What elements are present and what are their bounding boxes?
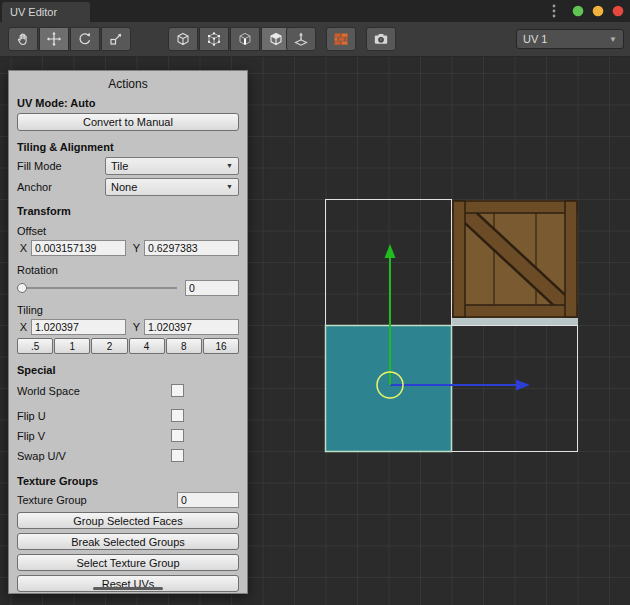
- toolbar: UV 1 ▼: [0, 22, 630, 57]
- tiling-x-label: X: [17, 321, 27, 333]
- actions-panel: Actions UV Mode: Auto Convert to Manual …: [8, 70, 248, 594]
- group-selected-faces-button[interactable]: Group Selected Faces: [17, 512, 239, 529]
- u-axis-arrowhead: [516, 380, 530, 391]
- crate-frame-bottom: [453, 305, 577, 317]
- uv-mode-label: UV Mode: Auto: [17, 97, 239, 109]
- render-uv-template-button[interactable]: [366, 27, 396, 51]
- special-header: Special: [17, 364, 239, 376]
- offset-y-input[interactable]: [144, 240, 239, 256]
- vertex-mode-button[interactable]: [199, 27, 229, 51]
- rotation-slider-track: [17, 287, 177, 289]
- texture-group-label: Texture Group: [17, 494, 87, 506]
- project-uv-icon: [293, 31, 309, 47]
- selection-mode-group: [168, 27, 291, 51]
- panel-title: Actions: [17, 75, 239, 93]
- status-dot-green[interactable]: [573, 6, 584, 17]
- edge-mode-icon: [237, 31, 253, 47]
- world-space-checkbox[interactable]: [171, 384, 184, 397]
- uv-channel-dropdown[interactable]: UV 1 ▼: [516, 29, 624, 49]
- pan-tool-button[interactable]: [8, 27, 38, 51]
- tiling-y-label: Y: [130, 321, 140, 333]
- kebab-dots: [551, 3, 557, 19]
- v-axis-arrowhead: [385, 244, 396, 258]
- offset-xy-row: X Y: [17, 240, 239, 256]
- uv-channel-value: UV 1: [523, 33, 547, 45]
- tiling-x-input[interactable]: [31, 319, 126, 335]
- rotate-icon: [77, 31, 93, 47]
- convert-to-manual-button[interactable]: Convert to Manual: [17, 113, 239, 131]
- scale-tool-button[interactable]: [101, 27, 131, 51]
- window-tab[interactable]: UV Editor: [2, 2, 90, 22]
- texture-preview-crate[interactable]: [452, 200, 578, 325]
- tiling-label: Tiling: [17, 304, 239, 316]
- crate-frame-right: [565, 201, 577, 317]
- status-dots: [572, 5, 624, 17]
- fill-mode-value: Tile: [111, 160, 128, 172]
- uv-quad-top-left[interactable]: [326, 200, 452, 326]
- preset-1-button[interactable]: 1: [54, 338, 90, 354]
- rotation-label: Rotation: [17, 264, 239, 276]
- anchor-dropdown[interactable]: None ▼: [105, 178, 239, 196]
- hand-icon: [15, 31, 31, 47]
- chevron-down-icon: ▼: [226, 162, 233, 169]
- chevron-down-icon: ▼: [609, 35, 617, 44]
- panel-resize-grip[interactable]: [93, 587, 163, 590]
- world-space-row: World Space: [17, 382, 239, 400]
- tiling-alignment-header: Tiling & Alignment: [17, 141, 239, 153]
- fill-mode-label: Fill Mode: [17, 160, 105, 172]
- flip-u-checkbox[interactable]: [171, 409, 184, 422]
- offset-x-input[interactable]: [31, 240, 126, 256]
- anchor-row: Anchor None ▼: [17, 178, 239, 195]
- flip-v-checkbox[interactable]: [171, 429, 184, 442]
- flip-v-label: Flip V: [17, 430, 45, 442]
- tiling-y-input[interactable]: [144, 319, 239, 335]
- camera-icon: [373, 31, 389, 47]
- move-icon: [46, 31, 62, 47]
- preset-16-button[interactable]: 16: [203, 338, 239, 354]
- status-dot-red[interactable]: [613, 6, 624, 17]
- tiling-xy-row: X Y: [17, 319, 239, 335]
- anchor-value: None: [111, 181, 137, 193]
- object-mode-icon: [175, 31, 191, 47]
- rotation-row: [17, 280, 239, 296]
- edge-mode-button[interactable]: [230, 27, 260, 51]
- tiling-presets-row: .5 1 2 4 8 16: [17, 338, 239, 354]
- texture-groups-header: Texture Groups: [17, 475, 239, 487]
- crate-frame-left: [453, 201, 465, 317]
- crate-bottom-strip: [452, 318, 578, 325]
- project-uv-button[interactable]: [286, 27, 316, 51]
- flip-v-row: Flip V: [17, 427, 239, 445]
- swap-uv-checkbox[interactable]: [171, 449, 184, 462]
- texture-preview-button[interactable]: [326, 27, 356, 51]
- face-mode-icon: [268, 31, 284, 47]
- status-dot-yellow[interactable]: [593, 6, 604, 17]
- select-texture-group-button[interactable]: Select Texture Group: [17, 554, 239, 571]
- preset-8-button[interactable]: 8: [166, 338, 202, 354]
- transform-header: Transform: [17, 205, 239, 217]
- preset-4-button[interactable]: 4: [129, 338, 165, 354]
- selected-face[interactable]: [326, 326, 452, 452]
- rotation-slider-handle[interactable]: [17, 283, 27, 293]
- move-tool-button[interactable]: [39, 27, 69, 51]
- rotation-slider[interactable]: [17, 280, 177, 296]
- swap-uv-label: Swap U/V: [17, 450, 66, 462]
- flip-u-label: Flip U: [17, 410, 46, 422]
- rotation-input[interactable]: [185, 280, 239, 296]
- object-mode-button[interactable]: [168, 27, 198, 51]
- fill-mode-row: Fill Mode Tile ▼: [17, 157, 239, 174]
- rotate-tool-button[interactable]: [70, 27, 100, 51]
- offset-x-label: X: [17, 242, 27, 254]
- bricks-icon: [333, 31, 349, 47]
- anchor-label: Anchor: [17, 181, 105, 193]
- world-space-label: World Space: [17, 385, 80, 397]
- kebab-menu-icon[interactable]: [550, 3, 558, 19]
- window-title: UV Editor: [10, 6, 57, 18]
- uv-quad-bottom-right[interactable]: [452, 326, 578, 452]
- preset-2-button[interactable]: 2: [91, 338, 127, 354]
- break-selected-groups-button[interactable]: Break Selected Groups: [17, 533, 239, 550]
- vertex-mode-icon: [206, 31, 222, 47]
- crate-frame-top: [453, 201, 577, 213]
- preset-half-button[interactable]: .5: [17, 338, 53, 354]
- texture-group-input[interactable]: [177, 492, 239, 508]
- fill-mode-dropdown[interactable]: Tile ▼: [105, 157, 239, 175]
